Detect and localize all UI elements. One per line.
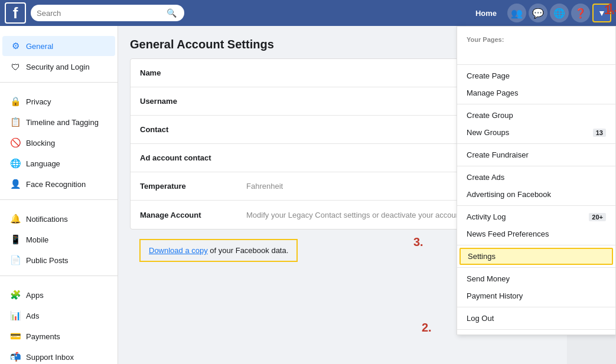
blocking-icon: 🚫 <box>9 137 21 149</box>
sidebar-item-public-posts[interactable]: 📄 Public Posts <box>2 250 115 270</box>
step1-annotation: 1. <box>607 1 616 15</box>
sidebar-divider-2 <box>0 199 118 200</box>
public-posts-icon: 📄 <box>9 254 21 266</box>
sidebar-label-apps: Apps <box>26 291 44 300</box>
sidebar-label-general: General <box>26 42 53 51</box>
create-ads-item[interactable]: Create Ads <box>457 169 615 186</box>
sidebar-section-privacy: 🔒 Privacy 📋 Timeline and Tagging 🚫 Block… <box>0 86 118 196</box>
create-group-item[interactable]: Create Group <box>457 107 615 124</box>
your-pages-label: Your Pages: <box>457 34 615 44</box>
sidebar-label-timeline: Timeline and Tagging <box>26 118 99 127</box>
name-label: Name <box>140 68 246 77</box>
dropdown-menu: Your Pages: Create Page Manage Pages Cre… <box>457 26 616 335</box>
settings-item[interactable]: Settings <box>459 248 613 265</box>
mobile-icon: 📱 <box>9 234 21 245</box>
search-input[interactable] <box>37 9 167 18</box>
sidebar-item-timeline[interactable]: 📋 Timeline and Tagging <box>2 112 115 132</box>
create-fundraiser-item[interactable]: Create Fundraiser <box>457 146 615 163</box>
sidebar-item-privacy[interactable]: 🔒 Privacy <box>2 91 115 112</box>
fundraiser-section: Create Fundraiser <box>457 144 615 166</box>
new-groups-item[interactable]: New Groups 13 <box>457 124 615 141</box>
download-link[interactable]: Download a copy <box>149 246 208 255</box>
step3-annotation: 3. <box>413 235 423 249</box>
username-label: Username <box>140 97 246 106</box>
messenger-icon[interactable]: 💬 <box>529 4 547 22</box>
your-pages-section: Your Pages: <box>457 31 615 65</box>
money-section: Send Money Payment History <box>457 268 615 307</box>
timeline-icon: 📋 <box>9 116 21 128</box>
sidebar-label-privacy: Privacy <box>26 97 51 106</box>
activity-section: Activity Log 20+ News Feed Preferences <box>457 206 615 245</box>
home-nav[interactable]: Home <box>470 5 503 21</box>
activity-log-badge: 20+ <box>589 213 606 221</box>
sidebar-label-security: Security and Login <box>26 63 90 71</box>
sidebar-label-language: Language <box>26 159 60 168</box>
download-suffix: of your Facebook data. <box>208 246 289 255</box>
advertising-item[interactable]: Advertising on Facebook <box>457 186 615 203</box>
payment-history-item[interactable]: Payment History <box>457 287 615 304</box>
security-icon: 🛡 <box>9 61 21 73</box>
search-icon: 🔍 <box>167 8 177 18</box>
notifications-icon: 🔔 <box>9 213 21 225</box>
step2-annotation: 2. <box>422 321 432 335</box>
sidebar-item-payments[interactable]: 💳 Payments <box>2 326 115 346</box>
help-icon[interactable]: ❓ <box>571 4 590 22</box>
sidebar-item-notifications[interactable]: 🔔 Notifications <box>2 209 115 229</box>
privacy-icon: 🔒 <box>9 96 21 107</box>
sidebar-item-apps[interactable]: 🧩 Apps <box>2 285 115 305</box>
activity-log-item[interactable]: Activity Log 20+ <box>457 208 615 225</box>
sidebar: ⚙ General 🛡 Security and Login 🔒 Privacy… <box>0 26 118 364</box>
contact-label: Contact <box>140 125 246 134</box>
sidebar-section-account: ⚙ General 🛡 Security and Login <box>0 31 118 78</box>
manage-pages-item[interactable]: Manage Pages <box>457 84 615 101</box>
sidebar-item-language[interactable]: 🌐 Language <box>2 153 115 173</box>
sidebar-label-face: Face Recognition <box>26 180 86 189</box>
general-icon: ⚙ <box>9 40 21 52</box>
apps-icon: 🧩 <box>9 289 21 301</box>
logout-item[interactable]: Log Out <box>457 310 615 327</box>
ads-icon: 📊 <box>9 310 21 322</box>
send-money-item[interactable]: Send Money <box>457 270 615 287</box>
download-box: Download a copy of your Facebook data. <box>139 239 298 262</box>
sidebar-label-public-posts: Public Posts <box>26 256 69 265</box>
globe-icon[interactable]: 🌐 <box>550 4 569 22</box>
news-feed-item[interactable]: News Feed Preferences <box>457 225 615 242</box>
sidebar-item-general[interactable]: ⚙ General <box>2 36 115 56</box>
settings-section: Settings <box>457 245 615 268</box>
friends-icon[interactable]: 👥 <box>507 4 526 22</box>
sidebar-divider-3 <box>0 276 118 276</box>
sidebar-label-support: Support Inbox <box>26 353 74 362</box>
new-groups-badge: 13 <box>593 129 606 137</box>
sidebar-label-blocking: Blocking <box>26 139 55 147</box>
pages-section: Create Page Manage Pages <box>457 65 615 104</box>
sidebar-item-face[interactable]: 👤 Face Recognition <box>2 174 115 194</box>
sidebar-item-ads[interactable]: 📊 Ads <box>2 306 115 326</box>
sidebar-item-blocking[interactable]: 🚫 Blocking <box>2 133 115 153</box>
facebook-logo: f <box>5 2 26 24</box>
groups-section: Create Group New Groups 13 <box>457 104 615 144</box>
sidebar-label-payments: Payments <box>26 332 60 341</box>
sidebar-section-apps: 🧩 Apps 📊 Ads 💳 Payments 📬 Support Inbox … <box>0 280 118 364</box>
sidebar-item-support[interactable]: 📬 Support Inbox <box>2 347 115 364</box>
create-page-item[interactable]: Create Page <box>457 67 615 84</box>
manage-label: Manage Account <box>140 211 246 219</box>
sidebar-label-notifications: Notifications <box>26 215 68 224</box>
ads-section: Create Ads Advertising on Facebook <box>457 166 615 206</box>
logout-section: Log Out <box>457 307 615 330</box>
sidebar-divider-1 <box>0 82 118 83</box>
face-icon: 👤 <box>9 178 21 190</box>
temperature-label: Temperature <box>140 182 246 191</box>
payments-icon: 💳 <box>9 330 21 342</box>
ad-contact-label: Ad account contact <box>140 153 246 162</box>
language-icon: 🌐 <box>9 158 21 169</box>
sidebar-label-ads: Ads <box>26 311 39 320</box>
sidebar-label-mobile: Mobile <box>26 235 48 244</box>
support-icon: 📬 <box>9 351 21 363</box>
sidebar-item-mobile[interactable]: 📱 Mobile <box>2 229 115 250</box>
sidebar-item-security[interactable]: 🛡 Security and Login <box>2 57 115 77</box>
search-bar: 🔍 <box>31 5 184 21</box>
sidebar-section-notifications: 🔔 Notifications 📱 Mobile 📄 Public Posts <box>0 204 118 272</box>
